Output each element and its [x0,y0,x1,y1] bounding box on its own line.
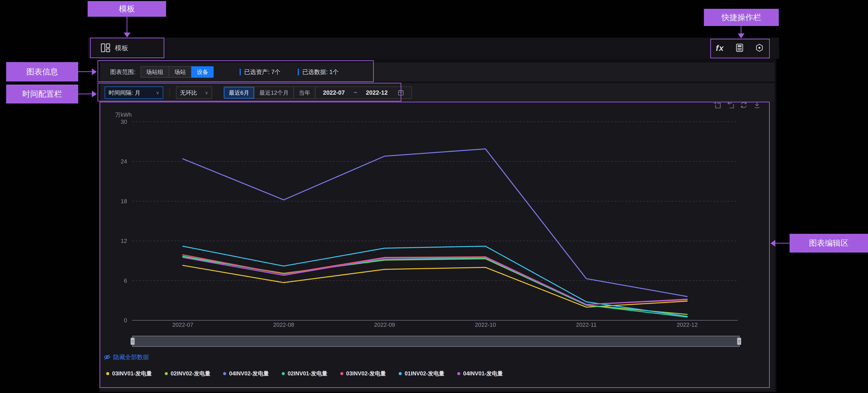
annotation-arrowhead-template [124,33,130,37]
range-preset-2[interactable]: 最近12个月 [254,87,294,98]
date-range-group: 最近6月最近12个月当年 2022-07 ~ 2022-12 [223,87,412,99]
annotation-arrow-quick-actions [741,26,741,34]
settings-hexagon-icon[interactable] [755,43,764,53]
legend-item[interactable]: 02INV02-发电量 [165,370,211,377]
annotation-label-chart-info: 图表信息 [6,62,78,81]
annotation-label-template: 模板 [88,1,166,17]
date-range-separator: ~ [353,89,357,96]
date-end-value[interactable]: 2022-12 [366,89,388,96]
selected-assets-stat: 已选资产: 7个 [240,68,281,76]
legend-dot [106,372,109,375]
compare-mode-select[interactable]: 无环比 ∨ [176,87,212,99]
eye-slash-icon [103,354,111,361]
formula-fx-icon[interactable]: fx [716,43,724,53]
datazoom-slider[interactable] [132,336,740,347]
scope-option-场站组[interactable]: 场站组 [141,66,169,78]
legend-item[interactable]: 03INV02-发电量 [340,370,386,377]
stat-accent-bar [298,69,299,75]
stat-accent-bar [240,69,241,75]
template-layout-icon [100,43,111,54]
quick-action-bar: fx [716,38,764,59]
hide-all-data-label: 隐藏全部数据 [113,353,149,361]
app-topbar: 模板 fx [88,38,779,59]
y-tick-label: 6 [124,277,127,284]
y-tick-label: 12 [121,237,127,244]
legend-label: 02INV02-发电量 [171,370,211,377]
series-line-04INV01-发电量[interactable] [183,257,687,304]
annotation-arrow-template [127,17,127,33]
annotation-arrow-chart-editor [775,243,789,243]
line-chart-plot[interactable]: 万kWh06121824302022-072022-082022-092022-… [100,103,775,391]
range-preset-1[interactable]: 最近6月 [224,87,254,98]
y-tick-label: 0 [124,317,127,324]
chevron-down-icon: ∨ [156,90,159,95]
annotation-arrowhead-quick-actions [738,33,744,38]
scope-option-场站[interactable]: 场站 [169,66,191,78]
range-preset-buttons: 最近6月最近12个月当年 [224,87,315,98]
compare-mode-value: 无环比 [180,89,197,97]
annotation-label-time-config: 时间配置栏 [6,85,78,103]
chart-scope-segmented-control: 场站组场站设备 [141,66,214,78]
date-range-picker[interactable]: 2022-07 ~ 2022-12 [315,87,411,98]
legend-item[interactable]: 03INV01-发电量 [106,370,152,377]
datazoom-left-handle[interactable] [131,338,134,345]
annotation-arrow-chart-info [78,71,92,72]
y-tick-label: 30 [121,119,127,125]
annotation-arrowhead-time-config [92,91,97,97]
legend-dot [399,372,402,375]
chevron-down-icon: ∨ [205,90,208,95]
legend-item[interactable]: 01INV02-发电量 [399,370,444,377]
template-menu-item[interactable]: 模板 [100,38,128,59]
legend-item[interactable]: 04INV01-发电量 [457,370,503,377]
legend-dot [165,372,168,375]
x-tick-label: 2022-07 [172,322,193,328]
annotation-arrow-time-config [78,94,92,94]
x-tick-label: 2022-09 [374,322,395,328]
selected-data-text: 已选数据: 1个 [302,68,339,76]
chart-legend: 03INV01-发电量02INV02-发电量04INV02-发电量02INV01… [106,370,503,377]
screenshot-root: 模板 fx [0,0,868,393]
y-tick-label: 18 [121,198,127,204]
series-line-03INV02-发电量[interactable] [183,255,687,304]
legend-item[interactable]: 04INV02-发电量 [223,370,269,377]
divider [169,89,170,97]
x-tick-label: 2022-08 [273,322,294,328]
y-tick-label: 24 [121,158,127,165]
legend-label: 04INV01-发电量 [463,370,503,377]
x-tick-label: 2022-11 [576,322,597,328]
annotation-label-chart-editor: 图表编辑区 [789,234,868,253]
legend-item[interactable]: 02INV01-发电量 [282,370,328,377]
x-tick-label: 2022-12 [677,322,698,328]
date-start-value[interactable]: 2022-07 [323,89,345,96]
legend-label: 03INV02-发电量 [346,370,386,377]
legend-dot [223,372,226,375]
hide-all-data-link[interactable]: 隐藏全部数据 [103,353,149,361]
legend-label: 03INV01-发电量 [112,370,152,377]
chart-info-bar: 图表范围: 场站组场站设备 已选资产: 7个 已选数据: 1个 [100,63,775,81]
chart-scope-label: 图表范围: [110,68,136,76]
legend-dot [340,372,343,375]
annotation-arrowhead-chart-editor [770,240,775,247]
scope-option-设备[interactable]: 设备 [191,66,214,78]
series-line-02INV01-发电量[interactable] [183,256,687,317]
selected-data-stat: 已选数据: 1个 [298,68,339,76]
time-interval-value: 时间间隔: 月 [108,89,140,97]
y-axis-unit-label: 万kWh [115,111,132,118]
legend-dot [282,372,285,375]
legend-label: 01INV02-发电量 [405,370,444,377]
legend-label: 04INV02-发电量 [229,370,269,377]
range-preset-3[interactable]: 当年 [294,87,315,98]
series-line-03INV01-发电量[interactable] [183,265,687,307]
calculator-icon[interactable] [736,43,744,53]
series-line-04INV02-发电量[interactable] [183,149,687,296]
template-menu-label: 模板 [115,43,128,53]
annotation-label-quick-actions: 快捷操作栏 [704,9,779,26]
annotation-arrowhead-chart-info [92,68,97,75]
x-tick-label: 2022-10 [475,322,496,328]
time-interval-select[interactable]: 时间间隔: 月 ∨ [104,87,163,99]
selected-assets-text: 已选资产: 7个 [244,68,281,76]
calendar-icon[interactable] [398,90,404,96]
datazoom-right-handle[interactable] [737,338,741,345]
time-config-bar: 时间间隔: 月 ∨ 无环比 ∨ 最近6月最近12个月当年 2022-07 ~ 2… [100,83,775,102]
legend-dot [457,372,460,375]
